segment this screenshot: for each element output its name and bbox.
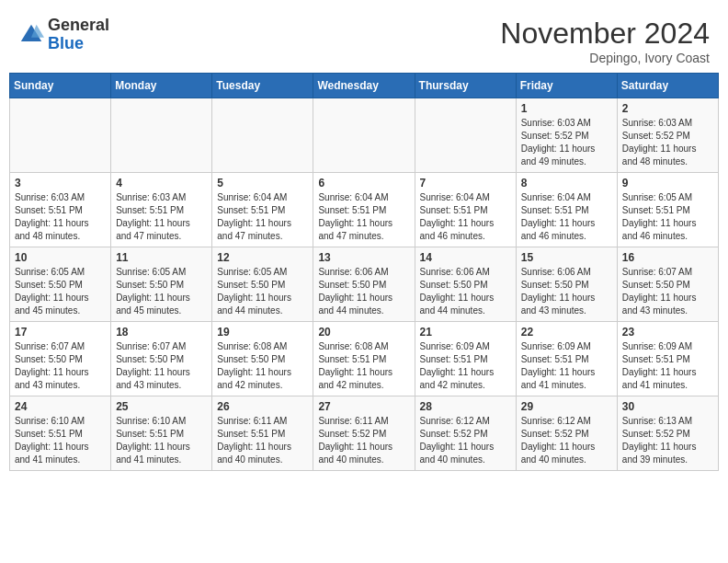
calendar-body: 1Sunrise: 6:03 AM Sunset: 5:52 PM Daylig… xyxy=(10,98,719,471)
calendar-cell: 17Sunrise: 6:07 AM Sunset: 5:50 PM Dayli… xyxy=(10,322,111,396)
calendar-cell: 14Sunrise: 6:06 AM Sunset: 5:50 PM Dayli… xyxy=(415,247,516,322)
day-info: Sunrise: 6:06 AM Sunset: 5:50 PM Dayligh… xyxy=(521,266,612,317)
day-number: 6 xyxy=(318,177,409,190)
calendar-cell: 11Sunrise: 6:05 AM Sunset: 5:50 PM Dayli… xyxy=(111,247,212,322)
day-number: 8 xyxy=(521,177,612,190)
day-info: Sunrise: 6:11 AM Sunset: 5:52 PM Dayligh… xyxy=(318,415,409,466)
logo-general-text: General xyxy=(48,16,109,34)
day-info: Sunrise: 6:05 AM Sunset: 5:51 PM Dayligh… xyxy=(622,191,713,243)
calendar-cell: 13Sunrise: 6:06 AM Sunset: 5:50 PM Dayli… xyxy=(313,247,415,322)
day-number: 30 xyxy=(622,400,713,413)
day-info: Sunrise: 6:07 AM Sunset: 5:50 PM Dayligh… xyxy=(622,266,713,317)
day-info: Sunrise: 6:04 AM Sunset: 5:51 PM Dayligh… xyxy=(521,191,612,243)
day-info: Sunrise: 6:10 AM Sunset: 5:51 PM Dayligh… xyxy=(15,415,106,466)
day-number: 17 xyxy=(15,326,106,339)
day-info: Sunrise: 6:10 AM Sunset: 5:51 PM Dayligh… xyxy=(116,415,207,466)
day-info: Sunrise: 6:13 AM Sunset: 5:52 PM Dayligh… xyxy=(622,415,713,466)
calendar-cell: 26Sunrise: 6:11 AM Sunset: 5:51 PM Dayli… xyxy=(212,396,313,471)
day-number: 26 xyxy=(217,400,308,413)
day-number: 4 xyxy=(116,177,207,190)
weekday-header: Wednesday xyxy=(313,74,415,98)
day-info: Sunrise: 6:06 AM Sunset: 5:50 PM Dayligh… xyxy=(420,266,511,317)
calendar-table: SundayMondayTuesdayWednesdayThursdayFrid… xyxy=(9,73,719,471)
logo-blue-text: Blue xyxy=(48,34,84,52)
day-number: 16 xyxy=(622,251,713,264)
title-block: November 2024 Depingo, Ivory Coast xyxy=(500,17,710,65)
calendar-cell: 9Sunrise: 6:05 AM Sunset: 5:51 PM Daylig… xyxy=(617,173,718,247)
day-info: Sunrise: 6:07 AM Sunset: 5:50 PM Dayligh… xyxy=(116,340,207,392)
calendar-week-row: 1Sunrise: 6:03 AM Sunset: 5:52 PM Daylig… xyxy=(10,98,719,173)
day-number: 20 xyxy=(318,326,409,339)
day-number: 28 xyxy=(420,400,511,413)
calendar-cell: 2Sunrise: 6:03 AM Sunset: 5:52 PM Daylig… xyxy=(617,98,718,173)
day-number: 7 xyxy=(420,177,511,190)
day-info: Sunrise: 6:03 AM Sunset: 5:51 PM Dayligh… xyxy=(15,191,106,243)
month-title: November 2024 xyxy=(500,17,710,51)
weekday-header: Sunday xyxy=(10,74,111,98)
calendar-cell xyxy=(10,98,111,173)
day-number: 14 xyxy=(420,251,511,264)
calendar-cell: 10Sunrise: 6:05 AM Sunset: 5:50 PM Dayli… xyxy=(10,247,111,322)
calendar-cell: 25Sunrise: 6:10 AM Sunset: 5:51 PM Dayli… xyxy=(111,396,212,471)
day-number: 19 xyxy=(217,326,308,339)
day-number: 21 xyxy=(420,326,511,339)
calendar-cell: 4Sunrise: 6:03 AM Sunset: 5:51 PM Daylig… xyxy=(111,173,212,247)
day-number: 1 xyxy=(521,102,612,115)
calendar-cell: 29Sunrise: 6:12 AM Sunset: 5:52 PM Dayli… xyxy=(516,396,617,471)
calendar-week-row: 17Sunrise: 6:07 AM Sunset: 5:50 PM Dayli… xyxy=(10,322,719,396)
day-number: 9 xyxy=(622,177,713,190)
day-number: 24 xyxy=(15,400,106,413)
day-info: Sunrise: 6:04 AM Sunset: 5:51 PM Dayligh… xyxy=(217,191,308,243)
calendar-cell: 15Sunrise: 6:06 AM Sunset: 5:50 PM Dayli… xyxy=(516,247,617,322)
calendar-cell xyxy=(313,98,415,173)
calendar-cell: 6Sunrise: 6:04 AM Sunset: 5:51 PM Daylig… xyxy=(313,173,415,247)
day-info: Sunrise: 6:08 AM Sunset: 5:51 PM Dayligh… xyxy=(318,340,409,392)
day-info: Sunrise: 6:04 AM Sunset: 5:51 PM Dayligh… xyxy=(318,191,409,243)
day-info: Sunrise: 6:06 AM Sunset: 5:50 PM Dayligh… xyxy=(318,266,409,317)
day-info: Sunrise: 6:03 AM Sunset: 5:52 PM Dayligh… xyxy=(521,117,612,168)
calendar-cell: 8Sunrise: 6:04 AM Sunset: 5:51 PM Daylig… xyxy=(516,173,617,247)
day-number: 23 xyxy=(622,326,713,339)
day-info: Sunrise: 6:03 AM Sunset: 5:51 PM Dayligh… xyxy=(116,191,207,243)
calendar-cell: 12Sunrise: 6:05 AM Sunset: 5:50 PM Dayli… xyxy=(212,247,313,322)
day-number: 27 xyxy=(318,400,409,413)
calendar-cell: 19Sunrise: 6:08 AM Sunset: 5:50 PM Dayli… xyxy=(212,322,313,396)
calendar-header: SundayMondayTuesdayWednesdayThursdayFrid… xyxy=(10,74,719,98)
logo: General Blue xyxy=(18,17,109,53)
calendar-cell: 1Sunrise: 6:03 AM Sunset: 5:52 PM Daylig… xyxy=(516,98,617,173)
weekday-header: Thursday xyxy=(415,74,516,98)
calendar-cell: 28Sunrise: 6:12 AM Sunset: 5:52 PM Dayli… xyxy=(415,396,516,471)
weekday-header: Tuesday xyxy=(212,74,313,98)
calendar-cell: 23Sunrise: 6:09 AM Sunset: 5:51 PM Dayli… xyxy=(617,322,718,396)
calendar-cell: 7Sunrise: 6:04 AM Sunset: 5:51 PM Daylig… xyxy=(415,173,516,247)
day-number: 11 xyxy=(116,251,207,264)
day-number: 13 xyxy=(318,251,409,264)
calendar-cell: 30Sunrise: 6:13 AM Sunset: 5:52 PM Dayli… xyxy=(617,396,718,471)
logo-icon xyxy=(18,22,44,48)
day-number: 29 xyxy=(521,400,612,413)
location-text: Depingo, Ivory Coast xyxy=(500,51,710,65)
day-info: Sunrise: 6:09 AM Sunset: 5:51 PM Dayligh… xyxy=(420,340,511,392)
day-info: Sunrise: 6:07 AM Sunset: 5:50 PM Dayligh… xyxy=(15,340,106,392)
weekday-header: Friday xyxy=(516,74,617,98)
calendar-week-row: 24Sunrise: 6:10 AM Sunset: 5:51 PM Dayli… xyxy=(10,396,719,471)
calendar-cell: 22Sunrise: 6:09 AM Sunset: 5:51 PM Dayli… xyxy=(516,322,617,396)
day-number: 12 xyxy=(217,251,308,264)
day-number: 25 xyxy=(116,400,207,413)
calendar-week-row: 10Sunrise: 6:05 AM Sunset: 5:50 PM Dayli… xyxy=(10,247,719,322)
day-info: Sunrise: 6:05 AM Sunset: 5:50 PM Dayligh… xyxy=(15,266,106,317)
day-number: 5 xyxy=(217,177,308,190)
weekday-header: Saturday xyxy=(617,74,718,98)
calendar-cell xyxy=(212,98,313,173)
day-info: Sunrise: 6:05 AM Sunset: 5:50 PM Dayligh… xyxy=(116,266,207,317)
calendar-week-row: 3Sunrise: 6:03 AM Sunset: 5:51 PM Daylig… xyxy=(10,173,719,247)
day-info: Sunrise: 6:09 AM Sunset: 5:51 PM Dayligh… xyxy=(622,340,713,392)
day-info: Sunrise: 6:05 AM Sunset: 5:50 PM Dayligh… xyxy=(217,266,308,317)
day-info: Sunrise: 6:03 AM Sunset: 5:52 PM Dayligh… xyxy=(622,117,713,168)
page-header: General Blue November 2024 Depingo, Ivor… xyxy=(9,9,719,69)
day-info: Sunrise: 6:11 AM Sunset: 5:51 PM Dayligh… xyxy=(217,415,308,466)
day-number: 18 xyxy=(116,326,207,339)
day-number: 22 xyxy=(521,326,612,339)
calendar-cell: 3Sunrise: 6:03 AM Sunset: 5:51 PM Daylig… xyxy=(10,173,111,247)
day-info: Sunrise: 6:12 AM Sunset: 5:52 PM Dayligh… xyxy=(521,415,612,466)
